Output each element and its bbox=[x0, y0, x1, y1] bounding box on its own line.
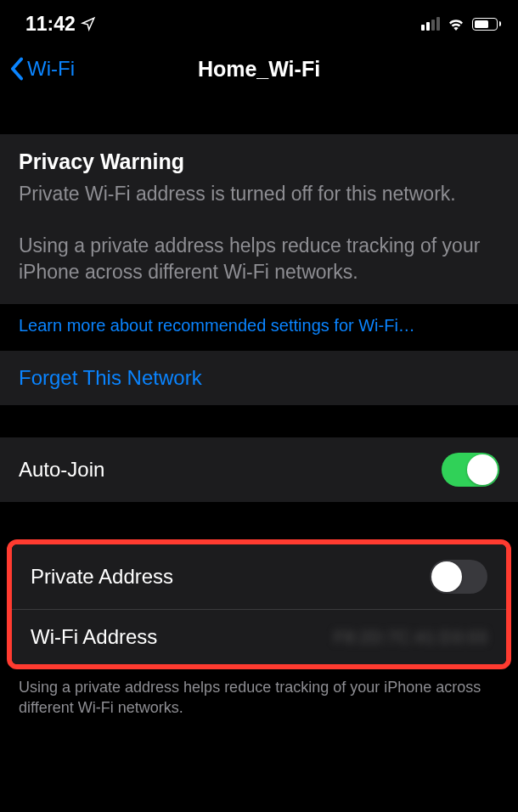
back-label: Wi-Fi bbox=[27, 57, 75, 81]
private-address-toggle[interactable] bbox=[430, 560, 487, 594]
battery-icon bbox=[472, 18, 501, 31]
status-time-group: 11:42 bbox=[25, 13, 96, 36]
auto-join-label: Auto-Join bbox=[19, 458, 104, 482]
navigation-bar: Wi-Fi Home_Wi-Fi bbox=[0, 44, 518, 93]
privacy-warning-title: Privacy Warning bbox=[19, 149, 499, 174]
page-title: Home_Wi-Fi bbox=[198, 57, 320, 82]
wifi-address-value: F8:2D:7C:41:D3:03 bbox=[334, 628, 487, 647]
status-indicators bbox=[421, 17, 501, 31]
privacy-warning-text-2: Using a private address helps reduce tra… bbox=[19, 233, 499, 285]
cellular-signal-icon bbox=[421, 17, 440, 31]
highlighted-section: Private Address Wi-Fi Address F8:2D:7C:4… bbox=[7, 539, 511, 669]
auto-join-row: Auto-Join bbox=[0, 437, 518, 502]
learn-more-link[interactable]: Learn more about recommended settings fo… bbox=[0, 304, 518, 351]
forget-network-button[interactable]: Forget This Network bbox=[0, 351, 518, 405]
private-address-label: Private Address bbox=[31, 565, 173, 589]
private-address-row: Private Address bbox=[12, 544, 506, 609]
wifi-address-label: Wi-Fi Address bbox=[31, 625, 157, 649]
privacy-warning-section: Privacy Warning Private Wi-Fi address is… bbox=[0, 134, 518, 304]
wifi-icon bbox=[447, 17, 465, 31]
chevron-left-icon bbox=[10, 57, 24, 81]
auto-join-toggle[interactable] bbox=[442, 453, 499, 487]
back-button[interactable]: Wi-Fi bbox=[10, 57, 75, 81]
status-time: 11:42 bbox=[25, 13, 76, 36]
status-bar: 11:42 bbox=[0, 0, 518, 44]
privacy-warning-text-1: Private Wi-Fi address is turned off for … bbox=[19, 181, 499, 207]
footer-description: Using a private address helps reduce tra… bbox=[0, 669, 518, 726]
wifi-address-row: Wi-Fi Address F8:2D:7C:41:D3:03 bbox=[12, 609, 506, 664]
location-icon bbox=[81, 16, 96, 31]
